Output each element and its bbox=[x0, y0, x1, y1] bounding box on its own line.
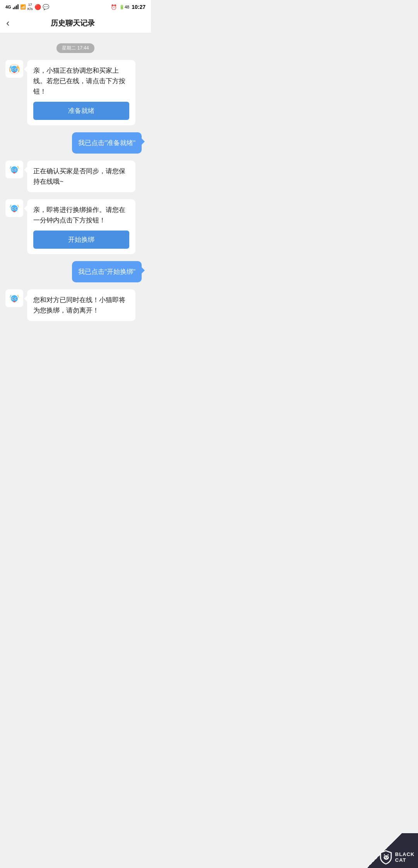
bot-avatar bbox=[5, 60, 23, 78]
user-bubble-text-2: 我已点击"开始换绑" bbox=[78, 268, 135, 275]
bubble-text-2: 正在确认买家是否同步，请您保持在线哦~ bbox=[33, 167, 125, 185]
chat-bubble-4: 您和对方已同时在线！小猫即将为您换绑，请勿离开！ bbox=[27, 289, 135, 321]
user-bubble: 我已点击"准备就绪" bbox=[72, 132, 142, 154]
header: ‹ 历史聊天记录 bbox=[0, 13, 151, 33]
msg-row-bot3: 亲，即将进行换绑操作。请您在一分钟内点击下方按钮！ 开始换绑 bbox=[5, 199, 146, 254]
clock: 10:27 bbox=[132, 4, 146, 10]
bot-avatar-3 bbox=[5, 199, 23, 217]
status-left: 4G 📶 17 K/s 🔴 💬 bbox=[5, 3, 49, 11]
msg-row: 亲，小猫正在协调您和买家上线。若您已在线，请点击下方按钮！ 准备就绪 bbox=[5, 60, 146, 125]
bot-avatar-4 bbox=[5, 289, 23, 307]
msg-row-bot4: 您和对方已同时在线！小猫即将为您换绑，请勿离开！ bbox=[5, 289, 146, 321]
bubble-text: 亲，小猫正在协调您和买家上线。若您已在线，请点击下方按钮！ bbox=[33, 67, 125, 95]
user-bubble-text: 我已点击"准备就绪" bbox=[78, 139, 135, 147]
chat-bubble-3: 亲，即将进行换绑操作。请您在一分钟内点击下方按钮！ 开始换绑 bbox=[27, 199, 135, 254]
timestamp-text: 星期二 17:44 bbox=[57, 43, 94, 53]
svg-point-33 bbox=[15, 208, 17, 209]
msg-row-user2: 我已点击"开始换绑" bbox=[5, 261, 146, 282]
bot-avatar-2 bbox=[5, 161, 23, 178]
page-title: 历史聊天记录 bbox=[13, 18, 133, 28]
speed-text: 17 K/s bbox=[27, 3, 33, 11]
user-bubble-2: 我已点击"开始换绑" bbox=[72, 261, 142, 282]
back-icon: ‹ bbox=[6, 17, 10, 29]
swap-button[interactable]: 开始换绑 bbox=[33, 231, 129, 249]
signal-label: 4G bbox=[5, 5, 11, 9]
svg-point-43 bbox=[12, 298, 14, 299]
back-button[interactable]: ‹ bbox=[6, 17, 13, 29]
signal-bars bbox=[13, 5, 19, 9]
alarm-icon: ⏰ bbox=[111, 4, 117, 10]
wifi-icon: 📶 bbox=[20, 4, 26, 10]
svg-point-21 bbox=[12, 169, 14, 170]
msg-row-bot2: 正在确认买家是否同步，请您保持在线哦~ bbox=[5, 161, 146, 192]
svg-point-22 bbox=[15, 169, 17, 170]
chat-bubble: 亲，小猫正在协调您和买家上线。若您已在线，请点击下方按钮！ 准备就绪 bbox=[27, 60, 135, 125]
status-right: ⏰ 🔋48 10:27 bbox=[111, 4, 146, 10]
svg-point-10 bbox=[12, 69, 14, 70]
status-bar: 4G 📶 17 K/s 🔴 💬 ⏰ 🔋48 10:27 bbox=[0, 0, 151, 13]
chat-bubble-2: 正在确认买家是否同步，请您保持在线哦~ bbox=[27, 161, 135, 192]
battery-icon: 🔋48 bbox=[119, 5, 129, 10]
svg-point-44 bbox=[15, 298, 17, 299]
app-icon-1: 🔴 bbox=[34, 4, 41, 10]
svg-point-32 bbox=[12, 208, 14, 209]
timestamp-badge: 星期二 17:44 bbox=[5, 43, 146, 53]
msg-row-user: 我已点击"准备就绪" bbox=[5, 132, 146, 154]
chat-area: 星期二 17:44 bbox=[0, 33, 151, 336]
ready-button[interactable]: 准备就绪 bbox=[33, 102, 129, 120]
app-icon-2: 💬 bbox=[43, 4, 49, 10]
bubble-text-4: 您和对方已同时在线！小猫即将为您换绑，请勿离开！ bbox=[33, 296, 125, 314]
svg-point-11 bbox=[15, 69, 17, 70]
bubble-text-3: 亲，即将进行换绑操作。请您在一分钟内点击下方按钮！ bbox=[33, 206, 125, 224]
